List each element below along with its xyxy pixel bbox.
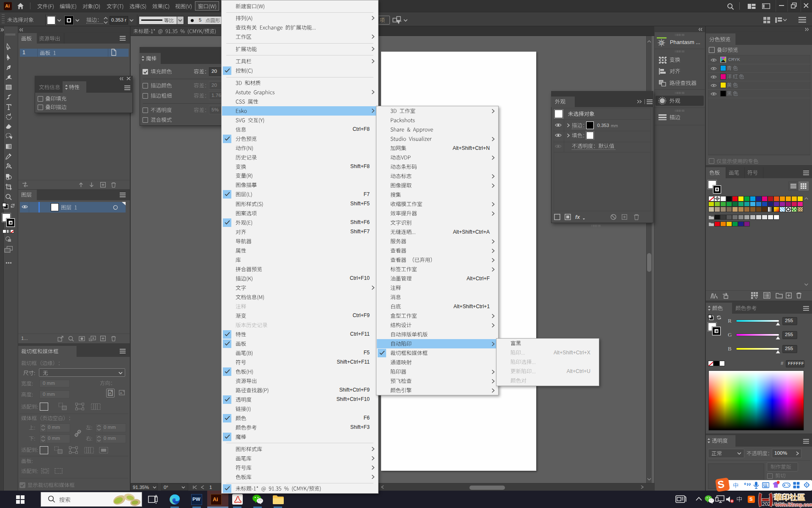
svg-text:A: A — [120, 391, 122, 395]
svg-text:D: D — [660, 41, 663, 45]
svg-text:A: A — [109, 391, 111, 395]
